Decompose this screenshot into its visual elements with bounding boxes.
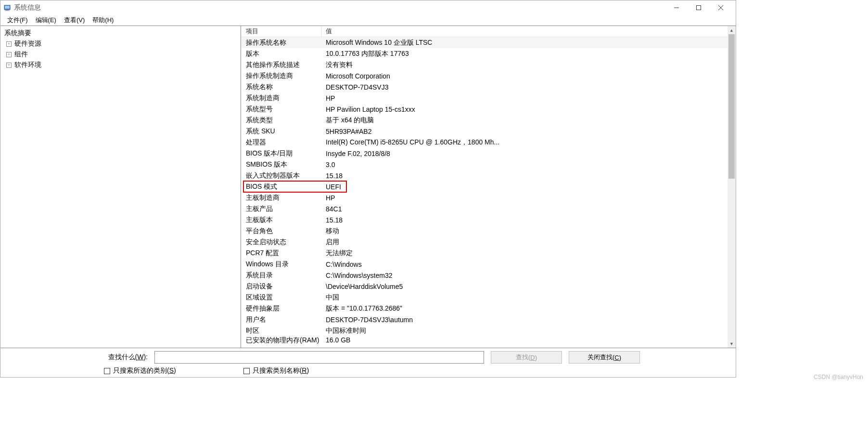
row-value: 无法绑定 [322,249,728,258]
scroll-down-arrow[interactable]: ▼ [728,340,736,348]
menubar: 文件(F) 编辑(E) 查看(V) 帮助(H) [0,15,736,26]
row-value: 启用 [322,238,728,247]
tree-item[interactable]: +硬件资源 [4,39,237,49]
row-item: 主板制造商 [241,194,322,202]
tree-expander-icon[interactable]: + [6,63,12,68]
details-row[interactable]: 硬件抽象层版本 = "10.0.17763.2686" [241,303,728,314]
tree-item[interactable]: +组件 [4,49,237,60]
details-row[interactable]: 主板制造商HP [241,192,728,203]
details-row[interactable]: Windows 目录C:\Windows [241,259,728,270]
tree-expander-icon[interactable]: + [6,52,12,57]
row-value: Insyde F.02, 2018/8/8 [322,150,728,157]
row-item: 区域设置 [241,293,322,302]
row-value: Microsoft Corporation [322,72,728,80]
menu-edit[interactable]: 编辑(E) [32,15,60,26]
row-value: 移动 [322,227,728,235]
row-value: 15.18 [322,216,728,224]
row-item: 已安装的物理内存(RAM) [241,336,322,344]
search-input[interactable] [154,351,484,364]
menu-view[interactable]: 查看(V) [60,15,89,26]
search-selected-category-checkbox[interactable]: 只搜索所选的类别(S) [104,366,176,375]
details-row[interactable]: BIOS 模式UEFI [241,181,728,192]
window-title: 系统信息 [14,3,41,12]
row-item: 时区 [241,326,322,335]
row-value: 中国标准时间 [322,326,728,335]
app-icon [3,4,11,12]
details-row[interactable]: 系统类型基于 x64 的电脑 [241,115,728,126]
row-value: 10.0.17763 内部版本 17763 [322,50,728,58]
row-value: 16.0 GB [322,336,728,344]
details-row[interactable]: 版本10.0.17763 内部版本 17763 [241,48,728,59]
details-row[interactable]: 主板版本15.18 [241,214,728,225]
scroll-thumb[interactable] [728,34,735,179]
vertical-scrollbar[interactable]: ▲ ▼ [728,26,736,348]
row-item: 安全启动状态 [241,238,322,247]
details-row[interactable]: 时区中国标准时间 [241,325,728,336]
details-row[interactable]: 用户名DESKTOP-7D4SVJ3\autumn [241,314,728,325]
row-item: 系统 SKU [241,127,322,136]
menu-file[interactable]: 文件(F) [3,15,32,26]
row-item: 系统型号 [241,105,322,114]
tree-root-system-summary[interactable]: 系统摘要 [4,28,237,39]
details-row[interactable]: 操作系统名称Microsoft Windows 10 企业版 LTSC [241,37,728,48]
details-row[interactable]: 系统制造商HP [241,92,728,104]
tree-item-label: 软件环境 [14,61,41,69]
close-button[interactable] [710,0,732,15]
details-row[interactable]: BIOS 版本/日期Insyde F.02, 2018/8/8 [241,148,728,159]
row-item: 处理器 [241,138,322,147]
scroll-up-arrow[interactable]: ▲ [728,26,736,34]
row-value: Intel(R) Core(TM) i5-8265U CPU @ 1.60GHz… [322,138,728,147]
checkbox-box[interactable] [243,368,250,374]
details-row[interactable]: 其他操作系统描述没有资料 [241,59,728,70]
svg-rect-5 [697,6,701,10]
details-row[interactable]: 处理器Intel(R) Core(TM) i5-8265U CPU @ 1.60… [241,137,728,148]
category-tree[interactable]: 系统摘要 +硬件资源+组件+软件环境 [0,26,241,348]
details-row[interactable]: PCR7 配置无法绑定 [241,248,728,259]
details-panel: ▲ ▼ 项目 值 操作系统名称Microsoft Windows 10 企业版 … [241,26,736,348]
tree-expander-icon[interactable]: + [6,41,12,47]
details-row[interactable]: 嵌入式控制器版本15.18 [241,170,728,181]
row-value: 没有资料 [322,61,728,69]
close-find-button[interactable]: 关闭查找(C) [569,351,640,364]
menu-help[interactable]: 帮助(H) [89,15,117,26]
row-item: 其他操作系统描述 [241,61,322,69]
details-row[interactable]: 主板产品84C1 [241,203,728,214]
details-row[interactable]: 操作系统制造商Microsoft Corporation [241,70,728,81]
tree-item[interactable]: +软件环境 [4,60,237,70]
details-row[interactable]: 已安装的物理内存(RAM)16.0 GB [241,336,728,344]
row-item: PCR7 配置 [241,249,322,258]
find-what-label: 查找什么(W): [5,353,154,362]
details-row[interactable]: 系统名称DESKTOP-7D4SVJ3 [241,81,728,92]
minimize-button[interactable] [665,0,688,15]
row-item: 主板产品 [241,205,322,213]
titlebar: 系统信息 [0,0,736,15]
tree-item-label: 硬件资源 [14,39,41,48]
row-value: Microsoft Windows 10 企业版 LTSC [322,39,728,47]
header-value[interactable]: 值 [322,26,728,37]
watermark: CSDN @tianyvHon [814,374,863,380]
maximize-button[interactable] [688,0,710,15]
details-row[interactable]: 系统 SKU5HR93PA#AB2 [241,126,728,137]
system-info-window: 系统信息 文件(F) 编辑(E) 查看(V) 帮助(H) 系统摘要 [0,0,736,378]
row-item: 操作系统制造商 [241,72,322,80]
details-row[interactable]: 系统目录C:\Windows\system32 [241,270,728,281]
details-row[interactable]: 安全启动状态启用 [241,236,728,248]
row-value: UEFI [322,183,728,191]
search-category-names-checkbox[interactable]: 只搜索类别名称(R) [243,366,309,375]
details-row[interactable]: 启动设备\Device\HarddiskVolume5 [241,281,728,292]
row-item: 版本 [241,50,322,58]
header-item[interactable]: 项目 [241,26,322,37]
row-value: 84C1 [322,205,728,213]
row-value: HP Pavilion Laptop 15-cs1xxx [322,105,728,113]
row-item: SMBIOS 版本 [241,160,322,169]
svg-rect-3 [5,11,10,11]
details-row[interactable]: SMBIOS 版本3.0 [241,159,728,170]
row-value: C:\Windows [322,261,728,268]
details-row[interactable]: 系统型号HP Pavilion Laptop 15-cs1xxx [241,104,728,115]
details-row[interactable]: 区域设置中国 [241,292,728,303]
row-value: C:\Windows\system32 [322,272,728,279]
find-button[interactable]: 查找(D) [491,351,562,364]
details-row[interactable]: 平台角色移动 [241,225,728,236]
checkbox-box[interactable] [104,368,110,374]
svg-rect-1 [5,6,10,9]
